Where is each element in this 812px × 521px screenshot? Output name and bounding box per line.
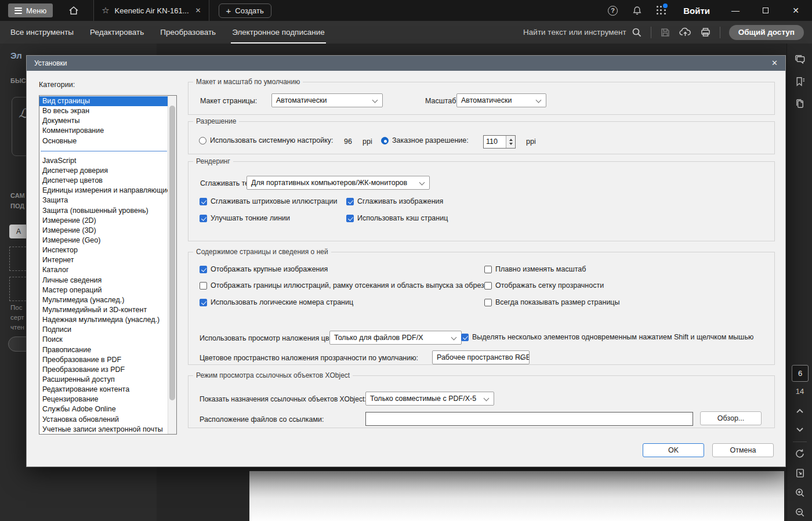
scrollbar-thumb[interactable]	[169, 106, 175, 400]
create-button[interactable]: + Создать	[219, 3, 271, 18]
category-item[interactable]: Каталог	[39, 265, 168, 275]
next-page-button[interactable]	[787, 427, 812, 433]
overprint-select[interactable]: Только для файлов PDF/X	[329, 331, 462, 345]
xobject-location-input[interactable]	[365, 412, 693, 426]
signin-button[interactable]: Войти	[683, 6, 710, 16]
category-item[interactable]: Рецензирование	[39, 395, 168, 404]
checkbox-box[interactable]	[484, 282, 492, 290]
ribbon-tab-edit[interactable]: Редактировать	[90, 21, 144, 44]
checkbox-box[interactable]	[200, 215, 207, 222]
spinner-up-icon[interactable]	[509, 139, 513, 141]
window-minimize-button[interactable]: —	[727, 6, 744, 15]
previous-page-button[interactable]	[787, 408, 812, 414]
checkbox-transparency-grid[interactable]: Отображать сетку прозрачности	[484, 281, 604, 290]
checkbox-box[interactable]	[346, 198, 354, 205]
smooth-text-select[interactable]: Для портативных компьютеров/ЖК-мониторов	[246, 176, 430, 190]
custom-resolution-radio[interactable]: Заказное разрешение:	[381, 136, 469, 144]
checkbox-shift-multiselect[interactable]: Выделять несколько элементов одновременн…	[461, 333, 753, 341]
ok-button[interactable]: OK	[643, 443, 704, 457]
dialog-titlebar[interactable]: Установки ✕	[27, 56, 785, 71]
checkbox-show-art-trim-bleed[interactable]: Отображать границы иллюстраций, рамку от…	[200, 281, 484, 290]
checkbox-enhance-thin-lines[interactable]: Улучшать тонкие линии	[200, 214, 290, 222]
category-item[interactable]: Мультимедиа (унаслед.)	[39, 295, 168, 305]
category-item[interactable]: JavaScript	[39, 156, 168, 166]
panel-add-text-button[interactable]: A	[9, 225, 28, 238]
category-item[interactable]: Измерение (2D)	[39, 216, 168, 226]
spinner-down-icon[interactable]	[509, 143, 513, 145]
ribbon-tab-esign[interactable]: Электронное подписание	[232, 21, 325, 44]
checkbox-logical-page-numbers[interactable]: Использовать логические номера страниц	[200, 298, 353, 306]
tab-close-icon[interactable]: ✕	[195, 6, 201, 15]
category-item[interactable]: Преобразование в PDF	[39, 355, 168, 365]
document-tab[interactable]: ☆ Keenetic Air KN-161... ✕	[93, 0, 209, 21]
category-item[interactable]: Установка обновлений	[39, 415, 168, 425]
category-item[interactable]: Мастер операций	[39, 285, 168, 295]
category-item[interactable]: Редактирование контента	[39, 385, 168, 395]
category-item[interactable]: Комментирование	[39, 126, 168, 136]
checkbox-smooth-images[interactable]: Сглаживать изображения	[346, 197, 443, 205]
category-item[interactable]: Надежная мультимедиа (унаслед.)	[39, 315, 168, 325]
category-item[interactable]: Во весь экран	[39, 106, 168, 116]
checkbox-box[interactable]	[484, 266, 492, 273]
category-item[interactable]: Диспетчер цветов	[39, 176, 168, 186]
bookmarks-tool[interactable]	[787, 75, 812, 88]
browse-button[interactable]: Обзор...	[700, 411, 762, 425]
page-fit-button[interactable]	[787, 468, 812, 479]
window-close-button[interactable]: ✕	[788, 6, 804, 15]
zoom-in-button[interactable]	[787, 487, 812, 498]
checkbox-box[interactable]	[461, 334, 469, 341]
category-item[interactable]: Поиск	[39, 335, 168, 345]
comments-tool[interactable]	[787, 53, 812, 66]
checkbox-page-cache[interactable]: Использовать кэш страниц	[346, 214, 448, 222]
cancel-button[interactable]: Отмена	[712, 443, 774, 457]
custom-resolution-spinner[interactable]: 110	[483, 135, 516, 149]
notifications-icon[interactable]	[632, 5, 643, 16]
menu-button[interactable]: Меню	[8, 3, 53, 17]
checkbox-box[interactable]	[200, 282, 207, 290]
category-item[interactable]: Службы Adobe Online	[39, 404, 168, 414]
category-item[interactable]: Подписи	[39, 325, 168, 335]
checkbox-smooth-zoom[interactable]: Плавно изменять масштаб	[484, 265, 586, 273]
category-item[interactable]: Преобразование из PDF	[39, 365, 168, 375]
radio-dot[interactable]	[199, 137, 206, 144]
category-item[interactable]: Правописание	[39, 345, 168, 355]
checkbox-box[interactable]	[346, 215, 354, 222]
radio-dot[interactable]	[381, 137, 389, 144]
checkbox-show-large-images[interactable]: Отображать крупные изображения	[200, 265, 328, 273]
zoom-select[interactable]: Автоматически	[456, 93, 546, 107]
save-icon[interactable]	[660, 27, 670, 38]
zoom-out-button[interactable]	[787, 507, 812, 518]
window-maximize-button[interactable]	[757, 6, 774, 15]
category-item[interactable]: Учетные записи электронной почты	[39, 425, 168, 435]
category-item[interactable]: Личные сведения	[39, 276, 168, 285]
category-item[interactable]: Защита	[39, 196, 168, 205]
checkbox-always-show-page-size[interactable]: Всегда показывать размер страницы	[484, 298, 620, 306]
rotate-page-button[interactable]	[787, 448, 812, 460]
home-button[interactable]	[68, 5, 79, 16]
categories-listbox[interactable]: Вид страницыВо весь экранДокументыКоммен…	[39, 95, 177, 435]
category-item[interactable]: Мультимедийный и 3D-контент	[39, 305, 168, 315]
current-page-field[interactable]: 6	[792, 365, 809, 382]
category-item[interactable]: Основные	[39, 136, 168, 146]
category-item[interactable]: Защита (повышенный уровень)	[39, 206, 168, 216]
category-item[interactable]: Единицы измерения и направляющие	[39, 186, 168, 196]
share-button[interactable]: Общий доступ	[729, 25, 804, 40]
cloud-upload-icon[interactable]	[679, 27, 691, 38]
category-item[interactable]: Документы	[39, 116, 168, 126]
print-icon[interactable]	[700, 27, 711, 38]
category-item[interactable]: Измерение (3D)	[39, 226, 168, 236]
page-layout-select[interactable]: Автоматически	[271, 93, 383, 107]
category-item[interactable]: Измерение (Geo)	[39, 236, 168, 245]
find-tool-search[interactable]: Найти текст или инструмент	[523, 27, 642, 38]
checkbox-smooth-line-art[interactable]: Сглаживать штриховые иллюстрации	[200, 197, 338, 205]
checkbox-box[interactable]	[200, 266, 207, 273]
apps-grid-icon[interactable]	[657, 6, 666, 15]
category-item[interactable]: Инспектор	[39, 245, 168, 255]
pages-tool[interactable]	[787, 97, 812, 110]
dialog-close-icon[interactable]: ✕	[771, 56, 778, 71]
category-item[interactable]: Диспетчер доверия	[39, 166, 168, 176]
blend-space-select[interactable]: Рабочее пространство RGB	[432, 350, 530, 364]
xobject-show-select[interactable]: Только совместимые с PDF/X-5	[365, 392, 494, 406]
category-item[interactable]: Интернет	[39, 255, 168, 265]
spinner-arrows[interactable]	[506, 136, 515, 148]
